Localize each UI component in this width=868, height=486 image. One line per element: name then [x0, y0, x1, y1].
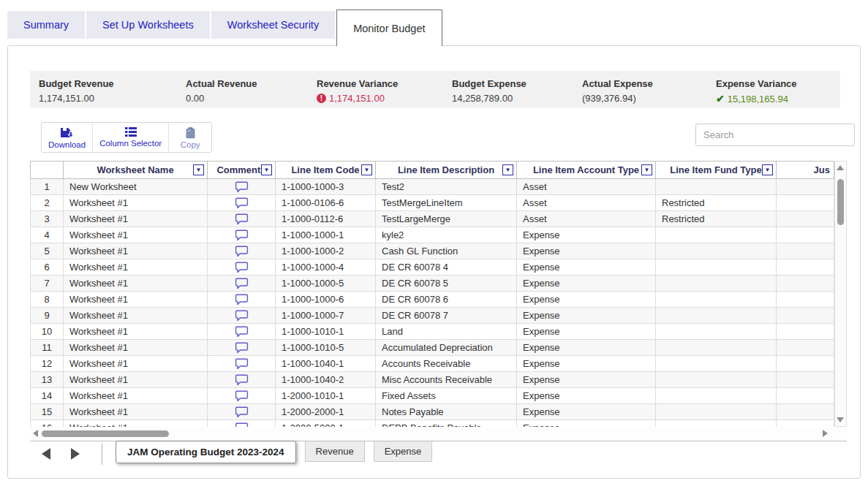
cell-line-item-account-type[interactable]: Expense — [517, 308, 656, 324]
cell-line-item-description[interactable]: Cash GL Function — [376, 243, 517, 259]
cell-line-item-fund-type[interactable] — [656, 420, 777, 428]
cell-line-item-fund-type[interactable] — [656, 404, 777, 420]
cell-comments[interactable] — [208, 372, 276, 388]
table-row[interactable]: 1New Worksheet1-1000-1000-3Test2Asset — [31, 179, 834, 195]
search-input[interactable] — [695, 124, 855, 146]
cell-line-item-fund-type[interactable] — [656, 243, 777, 259]
cell-comments[interactable] — [208, 308, 276, 324]
cell-line-item-account-type[interactable]: Expense — [517, 276, 656, 292]
table-row[interactable]: 9Worksheet #11-1000-1000-7DE CR 60078 7E… — [31, 308, 834, 324]
cell-line-item-code[interactable]: 1-2000-5000-1 — [276, 420, 376, 428]
cell-worksheet-name[interactable]: Worksheet #1 — [64, 276, 208, 292]
table-row[interactable]: 2Worksheet #11-1000-0106-6TestMergeLineI… — [31, 195, 834, 211]
cell-line-item-fund-type[interactable] — [656, 259, 777, 276]
cell-worksheet-name[interactable]: Worksheet #1 — [64, 211, 208, 227]
cell-worksheet-name[interactable]: Worksheet #1 — [64, 356, 208, 372]
cell-worksheet-name[interactable]: Worksheet #1 — [64, 259, 208, 276]
cell-line-item-code[interactable]: 1-1000-0112-6 — [276, 211, 376, 227]
cell-worksheet-name[interactable]: Worksheet #1 — [64, 308, 208, 324]
col-header-justification[interactable]: Jus — [777, 162, 834, 179]
cell-line-item-fund-type[interactable] — [656, 292, 777, 308]
vertical-scrollbar[interactable] — [834, 161, 847, 427]
table-row[interactable]: 7Worksheet #11-1000-1000-5DE CR 60078 5E… — [31, 276, 834, 292]
cell-line-item-description[interactable]: Test2 — [376, 179, 517, 195]
col-header-line-item-description[interactable]: Line Item Description — [376, 162, 517, 179]
filter-icon[interactable] — [762, 164, 773, 175]
cell-comments[interactable] — [208, 211, 276, 227]
table-row[interactable]: 15Worksheet #11-2000-2000-1Notes Payable… — [31, 404, 834, 420]
cell-line-item-description[interactable]: Accumulated Depreciation — [376, 340, 517, 356]
cell-justification[interactable] — [777, 292, 834, 308]
col-header-comments[interactable]: Comments — [208, 162, 276, 179]
table-row[interactable]: 4Worksheet #11-1000-1000-1kyle2Expense — [31, 227, 834, 243]
table-row[interactable]: 11Worksheet #11-1000-1010-5Accumulated D… — [31, 340, 834, 356]
cell-line-item-description[interactable]: DE CR 60078 5 — [376, 276, 517, 292]
col-header-line-item-fund-type[interactable]: Line Item Fund Type — [656, 162, 777, 179]
cell-worksheet-name[interactable]: Worksheet #1 — [64, 324, 208, 340]
cell-line-item-fund-type[interactable]: Restricted — [656, 211, 777, 227]
cell-line-item-description[interactable]: Fixed Assets — [376, 388, 517, 404]
col-header-worksheet-name[interactable]: Worksheet Name — [64, 162, 208, 179]
scroll-right-icon[interactable] — [823, 430, 828, 437]
cell-comments[interactable] — [208, 259, 276, 276]
tab-monitor-budget[interactable]: Monitor Budget — [336, 10, 442, 46]
cell-comments[interactable] — [208, 243, 276, 259]
sheet-tab-expense[interactable]: Expense — [374, 441, 433, 462]
cell-worksheet-name[interactable]: Worksheet #1 — [64, 227, 208, 243]
cell-line-item-description[interactable]: Misc Accounts Receivable — [376, 372, 517, 388]
cell-line-item-description[interactable]: Land — [376, 324, 517, 340]
table-row[interactable]: 13Worksheet #11-1000-1040-2Misc Accounts… — [31, 372, 834, 388]
cell-justification[interactable] — [777, 388, 834, 404]
table-row[interactable]: 6Worksheet #11-1000-1000-4DE CR 60078 4E… — [31, 259, 834, 276]
sheet-tab-revenue[interactable]: Revenue — [305, 441, 365, 462]
cell-justification[interactable] — [777, 308, 834, 324]
scroll-left-icon[interactable] — [33, 430, 38, 437]
cell-line-item-account-type[interactable]: Expense — [517, 259, 656, 276]
scroll-up-icon[interactable] — [837, 165, 844, 170]
cell-justification[interactable] — [777, 211, 834, 227]
cell-line-item-account-type[interactable]: Expense — [517, 372, 656, 388]
cell-worksheet-name[interactable]: Worksheet #1 — [64, 372, 208, 388]
cell-worksheet-name[interactable]: Worksheet #1 — [64, 404, 208, 420]
cell-justification[interactable] — [777, 243, 834, 259]
sheet-nav-prev-icon[interactable] — [42, 448, 50, 460]
table-row[interactable]: 3Worksheet #11-1000-0112-6TestLargeMerge… — [31, 211, 834, 227]
cell-line-item-fund-type[interactable] — [656, 388, 777, 404]
cell-worksheet-name[interactable]: Worksheet #1 — [64, 243, 208, 259]
cell-line-item-code[interactable]: 1-1000-1000-1 — [276, 227, 376, 243]
table-row[interactable]: 8Worksheet #11-1000-1000-6DE CR 60078 6E… — [31, 292, 834, 308]
table-row[interactable]: 12Worksheet #11-1000-1040-1Accounts Rece… — [31, 356, 834, 372]
cell-line-item-code[interactable]: 1-1000-1000-3 — [276, 179, 376, 195]
download-button[interactable]: Download — [42, 123, 93, 152]
filter-icon[interactable] — [261, 164, 272, 175]
cell-line-item-description[interactable]: Accounts Receivable — [376, 356, 517, 372]
cell-justification[interactable] — [777, 356, 834, 372]
cell-justification[interactable] — [777, 227, 834, 243]
cell-comments[interactable] — [208, 179, 276, 195]
cell-line-item-fund-type[interactable] — [656, 340, 777, 356]
sheet-nav-next-icon[interactable] — [71, 448, 80, 460]
cell-comments[interactable] — [208, 324, 276, 340]
cell-line-item-account-type[interactable]: Expense — [517, 388, 656, 404]
cell-justification[interactable] — [777, 324, 834, 340]
cell-justification[interactable] — [777, 404, 834, 420]
cell-line-item-code[interactable]: 1-1000-1000-4 — [276, 259, 376, 276]
cell-line-item-code[interactable]: 1-1000-0106-6 — [276, 195, 376, 211]
cell-justification[interactable] — [777, 276, 834, 292]
tab-worksheet-security[interactable]: Worksheet Security — [211, 11, 335, 39]
cell-line-item-code[interactable]: 1-1000-1000-5 — [276, 276, 376, 292]
sheet-tab-jam-operating-budget[interactable]: JAM Operating Budget 2023-2024 — [116, 441, 296, 463]
cell-comments[interactable] — [208, 276, 276, 292]
cell-line-item-code[interactable]: 1-1000-1000-7 — [276, 308, 376, 324]
cell-line-item-account-type[interactable]: Expense — [517, 227, 656, 243]
cell-line-item-account-type[interactable]: Expense — [517, 292, 656, 308]
table-row[interactable]: 14Worksheet #11-2000-1010-1Fixed AssetsE… — [31, 388, 834, 404]
cell-line-item-account-type[interactable]: Asset — [517, 195, 656, 211]
cell-line-item-fund-type[interactable] — [656, 356, 777, 372]
cell-justification[interactable] — [777, 259, 834, 276]
cell-line-item-fund-type[interactable] — [656, 227, 777, 243]
cell-line-item-account-type[interactable]: Expense — [517, 324, 656, 340]
cell-line-item-description[interactable]: TestLargeMerge — [376, 211, 517, 227]
cell-worksheet-name[interactable]: Worksheet #1 — [64, 292, 208, 308]
cell-line-item-code[interactable]: 1-1000-1000-2 — [276, 243, 376, 259]
